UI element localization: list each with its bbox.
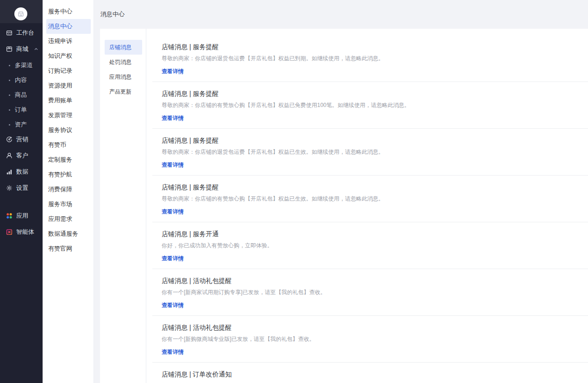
page-title: 消息中心	[100, 10, 125, 19]
message-title: 店铺消息 | 服务提醒	[162, 136, 588, 144]
submenu-item[interactable]: 资源使用	[46, 78, 91, 93]
submenu-item[interactable]: 违规申诉	[46, 34, 91, 49]
submenu-item[interactable]: 有赞币	[46, 138, 91, 152]
bullet-dot-icon	[9, 94, 10, 96]
submenu-item-label: 知识产权	[48, 52, 72, 60]
sidebar-item-agent[interactable]: 智能体	[0, 225, 43, 239]
message-title: 店铺消息 | 活动礼包提醒	[162, 276, 588, 285]
secondary-sidebar: 服务中心 消息中心 违规申诉 知识产权 订购记录 资源使用 费用账单	[43, 0, 94, 383]
submenu-item-label: 费用账单	[48, 96, 72, 105]
sidebar-item-assets[interactable]: 资产	[0, 117, 43, 132]
shop-avatar[interactable]	[14, 7, 27, 20]
submenu-item[interactable]: 消费保障	[46, 182, 91, 197]
submenu-item-label: 服务协议	[48, 126, 72, 134]
sidebar-item-label: 工作台	[16, 29, 34, 37]
submenu-item[interactable]: 数据通服务	[46, 226, 91, 241]
submenu-item-label: 服务市场	[48, 200, 72, 208]
message-body: 你有一个[新购微商城专业版]已发放，请至【我的礼包】查收。	[162, 335, 588, 343]
message-item: 店铺消息 | 活动礼包提醒 你有一个[新商家试用期订购专享]已发放，请至【我的礼…	[152, 269, 588, 316]
view-details-link[interactable]: 查看详情	[162, 208, 184, 215]
sidebar-item-multichannel[interactable]: 多渠道	[0, 58, 43, 73]
submenu-item[interactable]: 知识产权	[46, 49, 91, 63]
sidebar-item-settings[interactable]: 设置	[0, 181, 43, 195]
submenu-item-label: 有赞护航	[48, 170, 72, 179]
submenu-item-label: 应用需求	[48, 215, 72, 223]
message-body: 尊敬的商家：你店铺的有赞放心购【开店礼包】权益已生效。如继续使用，请忽略此消息。	[162, 195, 588, 202]
submenu-item[interactable]: 服务市场	[46, 197, 91, 212]
sidebar-item-label: 资产	[15, 120, 27, 129]
sidebar-item-data[interactable]: 数据	[0, 164, 43, 179]
message-item: 店铺消息 | 服务提醒 尊敬的商家：你店铺的有赞放心购【开店礼包】权益已免费使用…	[152, 82, 588, 129]
sidebar-item-label: 客户	[16, 151, 28, 160]
submenu-item[interactable]: 费用账单	[46, 93, 91, 108]
submenu-item-label: 消息中心	[48, 22, 72, 31]
submenu-item-label: 订购记录	[48, 67, 72, 75]
sidebar-item-content[interactable]: 内容	[0, 73, 43, 88]
message-body: 你好，你已成功加入有赞放心购，立即体验。	[162, 242, 588, 249]
submenu-item-label: 服务中心	[48, 7, 72, 16]
sidebar-item-label: 内容	[15, 76, 27, 84]
view-details-link[interactable]: 查看详情	[162, 348, 184, 356]
view-details-link[interactable]: 查看详情	[162, 68, 184, 75]
submenu-item[interactable]: 订购记录	[46, 63, 91, 78]
submenu-item[interactable]: 应用需求	[46, 212, 91, 226]
submenu-item[interactable]: 定制服务	[46, 152, 91, 167]
message-tab-label: 店铺消息	[109, 44, 131, 51]
message-item: 店铺消息 | 订单改价通知 尊敬的商家，你订购的商品"[有赞微商城]"，订单号[…	[152, 363, 588, 383]
view-details-link[interactable]: 查看详情	[162, 301, 184, 309]
submenu-item-label: 消费保障	[48, 185, 72, 194]
message-list: 店铺消息 | 服务提醒 尊敬的商家：你店铺的退货包运费【开店礼包】权益已到期。如…	[146, 29, 588, 383]
message-tab[interactable]: 产品更新	[105, 84, 142, 99]
sidebar-item-label: 商品	[15, 91, 27, 99]
workbench-icon	[6, 29, 13, 37]
message-item: 店铺消息 | 服务提醒 尊敬的商家：你店铺的退货包运费【开店礼包】权益已到期。如…	[152, 35, 588, 82]
gear-icon	[6, 184, 13, 192]
sidebar-item-goods[interactable]: 商品	[0, 88, 43, 102]
submenu-item[interactable]: 有赞护航	[46, 167, 91, 182]
sidebar-item-customers[interactable]: 客户	[0, 148, 43, 163]
apps-icon	[6, 212, 13, 220]
message-item: 店铺消息 | 服务提醒 尊敬的商家：你店铺的退货包运费【开店礼包】权益已生效。如…	[152, 129, 588, 176]
marketing-icon	[6, 136, 13, 143]
message-item: 店铺消息 | 服务提醒 尊敬的商家：你店铺的有赞放心购【开店礼包】权益已生效。如…	[152, 176, 588, 222]
chevron-up-icon	[34, 47, 38, 51]
page-header: 消息中心	[94, 0, 588, 29]
submenu-item[interactable]: 有赞官网	[46, 241, 91, 256]
message-body: 尊敬的商家：你店铺的有赞放心购【开店礼包】权益已免费使用100笔。如继续使用，请…	[162, 101, 588, 109]
message-title: 店铺消息 | 订单改价通知	[162, 370, 588, 378]
bullet-dot-icon	[9, 109, 10, 111]
submenu-item[interactable]: 发票管理	[46, 108, 91, 123]
message-title: 店铺消息 | 活动礼包提醒	[162, 323, 588, 332]
bullet-dot-icon	[9, 65, 10, 66]
sidebar-item-label: 商城	[16, 45, 28, 53]
view-details-link[interactable]: 查看详情	[162, 114, 184, 122]
message-title: 店铺消息 | 服务提醒	[162, 43, 588, 51]
message-tab[interactable]: 店铺消息	[105, 40, 142, 55]
view-details-link[interactable]: 查看详情	[162, 161, 184, 169]
sidebar-item-workbench[interactable]: 工作台	[0, 25, 43, 40]
store-icon	[17, 10, 25, 18]
message-body: 尊敬的商家：你店铺的退货包运费【开店礼包】权益已到期。如继续使用，请忽略此消息。	[162, 55, 588, 62]
sidebar-item-mall[interactable]: 商城	[0, 42, 43, 57]
message-tab[interactable]: 处罚消息	[105, 55, 142, 69]
sidebar-item-marketing[interactable]: 营销	[0, 132, 43, 147]
customer-icon	[6, 152, 13, 159]
submenu-item[interactable]: 服务中心	[46, 4, 91, 19]
view-details-link[interactable]: 查看详情	[162, 255, 184, 262]
message-title: 店铺消息 | 服务开通	[162, 230, 588, 238]
submenu-item[interactable]: 消息中心	[46, 19, 91, 34]
message-body: 尊敬的商家：你店铺的退货包运费【开店礼包】权益已生效。如继续使用，请忽略此消息。	[162, 148, 588, 156]
agent-icon	[6, 228, 13, 236]
sidebar-footer-group: 应用 智能体	[0, 208, 43, 239]
sidebar-header	[0, 0, 43, 25]
sidebar-item-apps[interactable]: 应用	[0, 208, 43, 223]
sidebar-item-orders[interactable]: 订单	[0, 102, 43, 117]
submenu-item[interactable]: 服务协议	[46, 123, 91, 138]
message-tab-label: 产品更新	[109, 88, 131, 96]
sidebar-item-label: 应用	[16, 212, 28, 220]
sidebar-item-label: 设置	[16, 184, 28, 192]
sidebar-item-label: 智能体	[16, 228, 34, 236]
message-tab[interactable]: 应用消息	[105, 69, 142, 84]
sidebar-item-label: 订单	[15, 106, 27, 114]
submenu-item-label: 有赞官网	[48, 245, 72, 253]
